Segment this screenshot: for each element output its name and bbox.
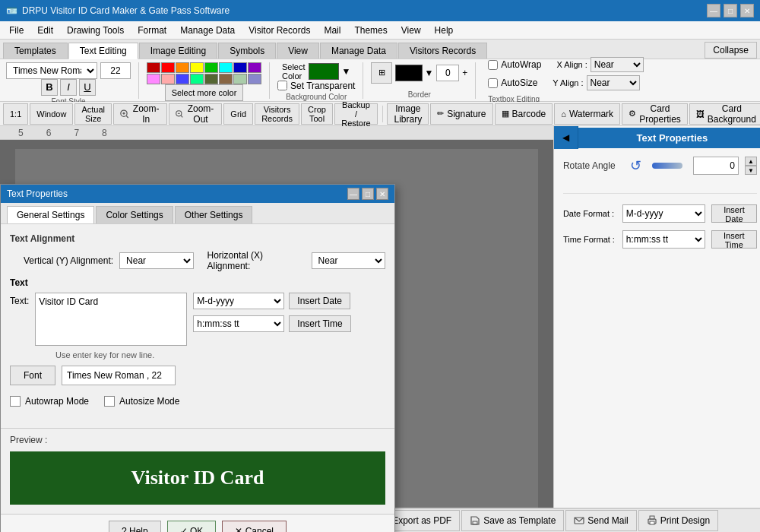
cancel-button[interactable]: ✕ Cancel bbox=[222, 521, 287, 532]
menu-manage-data[interactable]: Manage Data bbox=[174, 24, 241, 37]
ok-button[interactable]: ✓ OK bbox=[167, 521, 217, 532]
visitors-records-button[interactable]: Visitors Records bbox=[255, 103, 299, 125]
rotate-slider[interactable] bbox=[652, 163, 682, 169]
border-style-icon[interactable]: ⊞ bbox=[371, 62, 392, 84]
dialog-minimize[interactable]: — bbox=[347, 188, 359, 200]
signature-button[interactable]: ✏ Signature bbox=[430, 103, 492, 125]
grid-button[interactable]: Grid bbox=[223, 103, 253, 125]
tab-symbols[interactable]: Symbols bbox=[218, 43, 276, 59]
tab-other-settings[interactable]: Other Settings bbox=[175, 206, 253, 223]
rp-insert-date-button[interactable]: Insert Date bbox=[711, 204, 757, 223]
border-dropdown[interactable]: ▼ bbox=[424, 68, 433, 78]
maximize-button[interactable]: □ bbox=[724, 4, 737, 17]
autosize-checkbox[interactable] bbox=[488, 78, 498, 88]
text-input[interactable]: Visitor ID Card bbox=[35, 293, 187, 346]
autowrap-checkbox[interactable] bbox=[488, 60, 498, 70]
set-transparent-checkbox[interactable] bbox=[277, 81, 287, 90]
rotate-up[interactable]: ▲ bbox=[745, 157, 757, 166]
barcode-button[interactable]: ▦ Barcode bbox=[495, 103, 553, 125]
insert-time-button[interactable]: Insert Time bbox=[289, 315, 350, 332]
send-mail-button[interactable]: Send Mail bbox=[565, 510, 636, 531]
color-swatch-8[interactable] bbox=[248, 62, 261, 73]
bg-color-dropdown[interactable]: ▼ bbox=[342, 66, 351, 77]
rp-date-format-select[interactable]: M-d-yyyy d/M/yyyy bbox=[622, 204, 705, 223]
color-swatch-14[interactable] bbox=[219, 74, 233, 84]
tab-color-settings[interactable]: Color Settings bbox=[96, 206, 173, 223]
zoom-11-button[interactable]: 1:1 bbox=[3, 103, 28, 125]
minimize-button[interactable]: — bbox=[707, 4, 720, 17]
zoom-out-button[interactable]: Zoom-Out bbox=[169, 103, 223, 125]
x-align-select[interactable]: NearCenterFar bbox=[591, 57, 644, 72]
color-swatch-15[interactable] bbox=[233, 74, 247, 84]
tab-view[interactable]: View bbox=[277, 43, 319, 59]
watermark-button[interactable]: ⌂ Watermark bbox=[554, 103, 620, 125]
underline-button[interactable]: U bbox=[79, 79, 96, 96]
help-button[interactable]: ? Help bbox=[109, 521, 161, 532]
color-swatch-3[interactable] bbox=[176, 62, 189, 73]
menu-file[interactable]: File bbox=[3, 24, 30, 37]
image-library-button[interactable]: Image Library bbox=[387, 103, 429, 125]
menu-view[interactable]: View bbox=[395, 24, 427, 37]
border-color-box[interactable] bbox=[395, 65, 423, 81]
right-panel-back-button[interactable]: ◀ bbox=[554, 126, 578, 149]
print-design-button[interactable]: Print Design bbox=[638, 510, 718, 531]
tab-general-settings[interactable]: General Settings bbox=[7, 206, 94, 223]
tab-manage-data[interactable]: Manage Data bbox=[320, 43, 397, 59]
italic-button[interactable]: I bbox=[60, 79, 77, 96]
actual-size-button[interactable]: Actual Size bbox=[74, 103, 112, 125]
bg-color-box[interactable] bbox=[309, 63, 339, 80]
menu-visitor-records[interactable]: Visitor Records bbox=[242, 24, 316, 37]
menu-help[interactable]: Help bbox=[429, 24, 460, 37]
dialog-restore[interactable]: □ bbox=[362, 188, 374, 200]
color-swatch-7[interactable] bbox=[233, 62, 247, 73]
rp-time-format-select[interactable]: h:mm:ss tt HH:mm:ss bbox=[622, 230, 705, 249]
dialog-close[interactable]: ✕ bbox=[376, 188, 388, 200]
select-more-color-button[interactable]: Select more color bbox=[165, 84, 244, 101]
tab-image-editing[interactable]: Image Editing bbox=[139, 43, 217, 59]
color-swatch-16[interactable] bbox=[248, 74, 261, 84]
tab-templates[interactable]: Templates bbox=[3, 43, 68, 59]
insert-date-button[interactable]: Insert Date bbox=[289, 293, 350, 309]
menu-drawing-tools[interactable]: Drawing Tools bbox=[61, 24, 130, 37]
color-swatch-11[interactable] bbox=[176, 74, 189, 84]
rotate-angle-input[interactable] bbox=[693, 157, 739, 175]
color-swatch-10[interactable] bbox=[161, 74, 175, 84]
font-size-input[interactable] bbox=[100, 62, 131, 79]
bold-button[interactable]: B bbox=[41, 79, 58, 96]
date-format-select[interactable]: M-d-yyyy d/M/yyyy bbox=[193, 293, 284, 309]
backup-restore-button[interactable]: Backup / Restore bbox=[334, 103, 378, 125]
color-swatch-6[interactable] bbox=[219, 62, 233, 73]
tab-visitors-records[interactable]: Visitors Records bbox=[398, 43, 487, 59]
color-swatch-9[interactable] bbox=[147, 74, 160, 84]
color-swatch-4[interactable] bbox=[190, 62, 204, 73]
color-swatch-5[interactable] bbox=[204, 62, 218, 73]
rotate-down[interactable]: ▼ bbox=[745, 166, 757, 175]
window-button[interactable]: Window bbox=[30, 103, 73, 125]
vertical-align-select[interactable]: NearCenterFar bbox=[119, 252, 193, 269]
close-button[interactable]: ✕ bbox=[740, 4, 754, 17]
border-width-input[interactable] bbox=[436, 65, 459, 81]
menu-edit[interactable]: Edit bbox=[31, 24, 59, 37]
color-swatch-12[interactable] bbox=[190, 74, 204, 84]
rp-insert-time-button[interactable]: Insert Time bbox=[711, 230, 757, 249]
menu-mail[interactable]: Mail bbox=[318, 24, 347, 37]
zoom-in-button[interactable]: Zoom-In bbox=[113, 103, 167, 125]
autowrap-checkbox-modal[interactable] bbox=[10, 396, 21, 407]
color-swatch-1[interactable] bbox=[147, 62, 160, 73]
menu-themes[interactable]: Themes bbox=[348, 24, 393, 37]
card-properties-button[interactable]: ⚙ Card Properties bbox=[622, 103, 688, 125]
autosize-checkbox-modal[interactable] bbox=[104, 396, 115, 407]
crop-tool-button[interactable]: Crop Tool bbox=[301, 103, 333, 125]
font-name-select[interactable]: Times New Roman Arial bbox=[6, 62, 97, 79]
font-button[interactable]: Font bbox=[10, 366, 55, 385]
collapse-button[interactable]: Collapse bbox=[705, 42, 757, 59]
time-format-select[interactable]: h:mm:ss tt HH:mm:ss bbox=[193, 315, 284, 332]
y-align-select[interactable]: NearCenterFar bbox=[587, 75, 640, 90]
save-template-button[interactable]: Save as Template bbox=[461, 510, 564, 531]
color-swatch-2[interactable] bbox=[161, 62, 175, 73]
tab-text-editing[interactable]: Text Editing bbox=[68, 43, 138, 59]
menu-format[interactable]: Format bbox=[131, 24, 173, 37]
horizontal-align-select[interactable]: NearCenterFar bbox=[312, 252, 385, 269]
color-swatch-13[interactable] bbox=[204, 74, 218, 84]
card-background-button[interactable]: 🖼 Card Background bbox=[689, 103, 760, 125]
